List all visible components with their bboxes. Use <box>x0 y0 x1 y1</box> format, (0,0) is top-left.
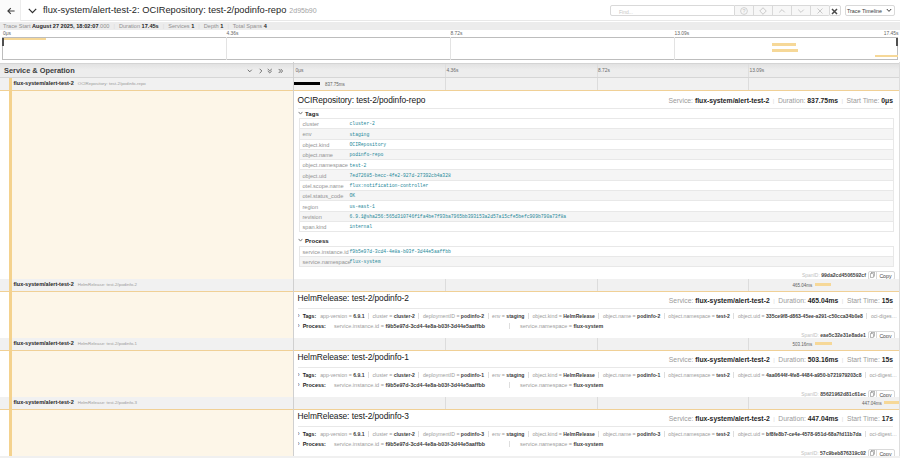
svg-text:?: ? <box>743 8 746 14</box>
